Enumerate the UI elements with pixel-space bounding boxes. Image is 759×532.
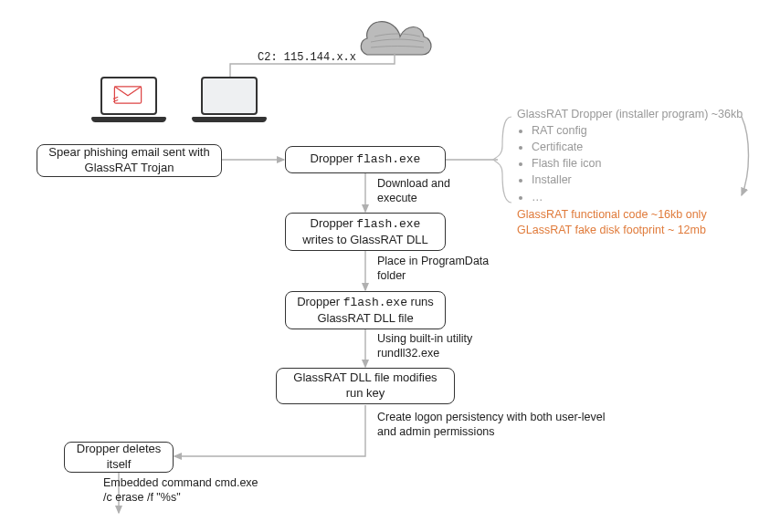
list-item: RAT config [532, 122, 745, 139]
label-embedded-command: Embedded command cmd.exe /c erase /f "%s… [103, 476, 268, 505]
laptop-phishing-icon [91, 77, 166, 128]
node-dropper-deletes-itself: Dropper deletes itself [64, 442, 174, 473]
node-dll-modifies-runkey: GlassRAT DLL file modifies run key [276, 368, 455, 404]
list-item: Installer [532, 172, 745, 188]
node-spear-phishing: Spear phishing email sent with GlassRAT … [37, 144, 222, 177]
laptop-victim-icon [192, 77, 267, 128]
node-dropper-flashexe: Dropper flash.exe [285, 146, 446, 173]
annotation-functional-code: GlassRAT functional code ~16kb only [517, 207, 745, 224]
t: flash.exe [356, 217, 420, 231]
text: Dropper [311, 151, 357, 165]
list-item: … [532, 189, 745, 205]
t: Dropper [311, 216, 353, 230]
annotation-dropper-details: GlassRAT Dropper (installer program) ~36… [517, 108, 745, 239]
annotation-list: RAT config Certificate Flash file icon I… [532, 122, 745, 205]
cloud-icon [361, 22, 431, 55]
c2-label: C2: 115.144.x.x [258, 51, 356, 65]
t: writes to GlassRAT DLL [302, 233, 428, 246]
label-using-rundll32: Using built-in utility rundll32.exe [377, 332, 514, 360]
node-dropper-writes-dll: Dropper flash.exe writes to GlassRAT DLL [285, 213, 446, 251]
label-create-persistency: Create logon persistency with both user-… [377, 411, 606, 439]
list-item: Certificate [532, 139, 745, 155]
label-download-execute: Download and execute [377, 177, 487, 205]
t: flash.exe [343, 296, 407, 309]
annotation-title: GlassRAT Dropper (installer program) ~36… [517, 108, 745, 120]
node-dropper-runs-dll: Dropper flash.exe runs GlassRAT DLL file [285, 291, 446, 329]
label-place-programdata: Place in ProgramData folder [377, 255, 505, 283]
text-mono: flash.exe [356, 152, 420, 166]
t: Dropper [297, 295, 340, 308]
list-item: Flash file icon [532, 155, 745, 172]
annotation-fake-footprint: GLassRAT fake disk footprint ~ 12mb [517, 223, 745, 239]
envelope-icon [113, 86, 142, 104]
brace-icon [493, 117, 511, 203]
